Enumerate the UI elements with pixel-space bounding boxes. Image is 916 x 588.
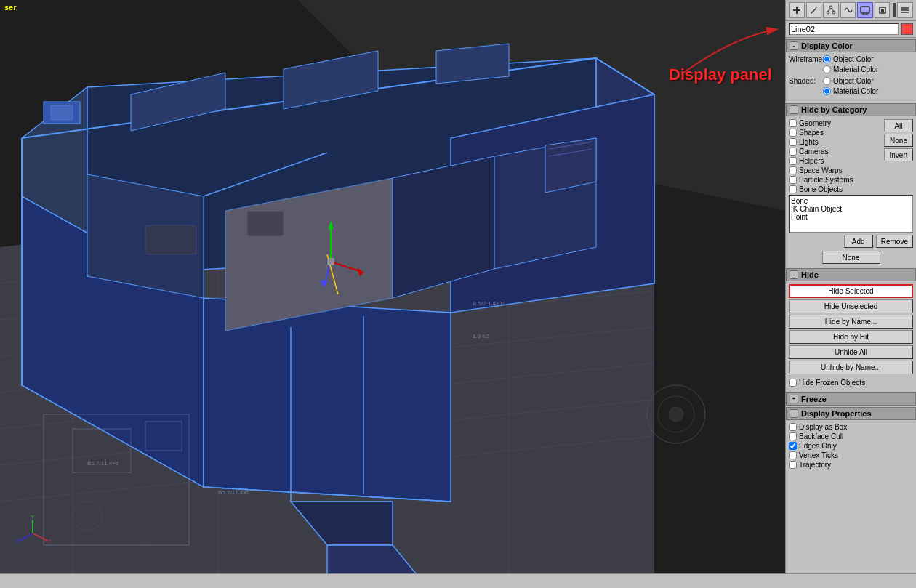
hide-content: Hide Selected Hide Unselected Hide by Na… — [786, 281, 916, 391]
hide-selected-button[interactable]: Hide Selected — [789, 284, 913, 298]
freeze-header[interactable]: + Freeze — [786, 392, 916, 406]
svg-rect-67 — [247, 211, 284, 236]
wireframe-object-color-radio[interactable] — [823, 55, 831, 63]
backface-cull-checkbox[interactable] — [789, 432, 797, 440]
add-bone-button[interactable]: Add — [844, 235, 873, 248]
particle-systems-checkbox[interactable] — [789, 176, 797, 184]
none-button-bottom[interactable]: None — [822, 251, 880, 264]
svg-marker-20 — [204, 298, 451, 502]
bone-btn-row: Add Remove — [789, 235, 913, 248]
shaded-row: Shaded: Object Color Material Color — [789, 77, 913, 97]
bone-objects-label[interactable]: Bone Objects — [799, 185, 843, 193]
right-panel: - Display Color Wireframe: Object Color … — [785, 0, 916, 573]
motion-panel-icon[interactable] — [840, 2, 856, 18]
display-color-collapse[interactable]: - — [790, 41, 798, 50]
hide-by-category-collapse[interactable]: - — [790, 105, 798, 114]
display-color-header[interactable]: - Display Color — [786, 39, 916, 52]
hide-collapse[interactable]: - — [790, 270, 798, 279]
unhide-all-button[interactable]: Unhide All — [789, 345, 913, 359]
wireframe-material-color-label[interactable]: Material Color — [833, 65, 878, 73]
hide-by-hit-button[interactable]: Hide by Hit — [789, 330, 913, 344]
trajectory-row: Trajectory — [789, 461, 913, 469]
lights-checkbox[interactable] — [789, 138, 797, 146]
object-color-swatch[interactable] — [901, 23, 913, 35]
utilities-panel-icon[interactable] — [875, 2, 891, 18]
shaded-label: Shaded: — [789, 77, 821, 85]
invert-button[interactable]: Invert — [884, 148, 913, 161]
hide-frozen-label[interactable]: Hide Frozen Objects — [799, 379, 865, 387]
viewport-area[interactable]: B5.7/11.4×6 B5.7/11.4×6 B.5/7:1.4×14 1.3… — [0, 0, 785, 573]
edges-only-row: Edges Only — [789, 442, 913, 450]
display-as-box-label[interactable]: Display as Box — [799, 423, 847, 431]
svg-text:1.3 h2: 1.3 h2 — [473, 333, 489, 339]
backface-cull-label[interactable]: Backface Cull — [799, 432, 843, 440]
svg-rect-53 — [328, 259, 334, 265]
hide-by-category-title: Hide by Category — [801, 105, 867, 114]
hide-by-name-button[interactable]: Hide by Name... — [789, 315, 913, 329]
freeze-collapse[interactable]: + — [790, 395, 798, 403]
wireframe-material-color-radio[interactable] — [823, 65, 831, 73]
shapes-checkbox[interactable] — [789, 129, 797, 137]
svg-text:Y: Y — [31, 515, 35, 520]
geometry-label[interactable]: Geometry — [799, 119, 831, 127]
wireframe-radio-group: Object Color Material Color — [823, 55, 878, 75]
trajectory-checkbox[interactable] — [789, 461, 797, 469]
axis-indicator: X Y Z — [15, 515, 51, 552]
vertex-ticks-row: Vertex Ticks — [789, 451, 913, 459]
hide-frozen-checkbox[interactable] — [789, 379, 797, 387]
hide-by-category-header[interactable]: - Hide by Category — [786, 103, 916, 116]
shaded-material-color-label[interactable]: Material Color — [833, 87, 878, 95]
none-button-hbc[interactable]: None — [884, 134, 913, 147]
hide-unselected-button[interactable]: Hide Unselected — [789, 299, 913, 313]
helpers-checkbox[interactable] — [789, 157, 797, 165]
shaded-object-color-radio[interactable] — [823, 77, 831, 85]
hierarchy-panel-icon[interactable] — [823, 2, 839, 18]
display-panel-icon[interactable] — [857, 2, 873, 18]
space-warps-check-row: Space Warps — [789, 166, 878, 174]
content-area: B5.7/11.4×6 B5.7/11.4×6 B.5/7:1.4×14 1.3… — [0, 0, 916, 573]
shaded-object-color-label[interactable]: Object Color — [833, 77, 874, 85]
wireframe-object-color-label[interactable]: Object Color — [833, 55, 874, 63]
space-warps-checkbox[interactable] — [789, 166, 797, 174]
vertex-ticks-label[interactable]: Vertex Ticks — [799, 451, 838, 459]
bone-list-item-bone: Bone — [791, 197, 911, 205]
wireframe-material-color-row: Material Color — [823, 65, 878, 73]
cameras-label[interactable]: Cameras — [799, 148, 829, 156]
object-name-input[interactable] — [789, 23, 899, 35]
particle-systems-label[interactable]: Particle Systems — [799, 176, 853, 184]
wireframe-object-color-row: Object Color — [823, 55, 878, 63]
svg-rect-80 — [861, 7, 869, 13]
shaded-material-color-radio[interactable] — [823, 87, 831, 95]
all-button[interactable]: All — [884, 119, 913, 132]
display-properties-header[interactable]: - Display Properties — [786, 407, 916, 420]
object-name-row — [786, 21, 916, 38]
svg-line-79 — [831, 9, 834, 11]
extra-icon[interactable] — [897, 2, 913, 18]
remove-bone-button[interactable]: Remove — [876, 235, 913, 248]
modify-panel-icon[interactable] — [806, 2, 822, 18]
hide-header[interactable]: - Hide — [786, 268, 916, 281]
lights-label[interactable]: Lights — [799, 138, 819, 146]
space-warps-label[interactable]: Space Warps — [799, 166, 843, 174]
display-as-box-checkbox[interactable] — [789, 423, 797, 431]
display-properties-collapse[interactable]: - — [790, 409, 798, 418]
svg-line-73 — [20, 533, 33, 541]
edges-only-label[interactable]: Edges Only — [799, 442, 837, 450]
shapes-label[interactable]: Shapes — [799, 129, 824, 137]
bone-objects-checkbox[interactable] — [789, 185, 797, 193]
svg-point-63 — [669, 407, 683, 422]
edges-only-checkbox[interactable] — [789, 442, 797, 450]
bone-list-item-ik: IK Chain Object — [791, 205, 911, 213]
trajectory-label[interactable]: Trajectory — [799, 461, 831, 469]
create-panel-icon[interactable] — [789, 2, 805, 18]
hbc-layout: Geometry Shapes Lights Cameras — [789, 119, 913, 195]
geometry-checkbox[interactable] — [789, 119, 797, 127]
hbc-buttons: All None Invert — [884, 119, 913, 195]
wireframe-label: Wireframe: — [789, 55, 821, 63]
unhide-by-name-button[interactable]: Unhide by Name... — [789, 361, 913, 374]
display-as-box-row: Display as Box — [789, 423, 913, 431]
vertex-ticks-checkbox[interactable] — [789, 451, 797, 459]
cameras-checkbox[interactable] — [789, 148, 797, 156]
helpers-label[interactable]: Helpers — [799, 157, 824, 165]
arrow-annotation — [676, 22, 785, 80]
